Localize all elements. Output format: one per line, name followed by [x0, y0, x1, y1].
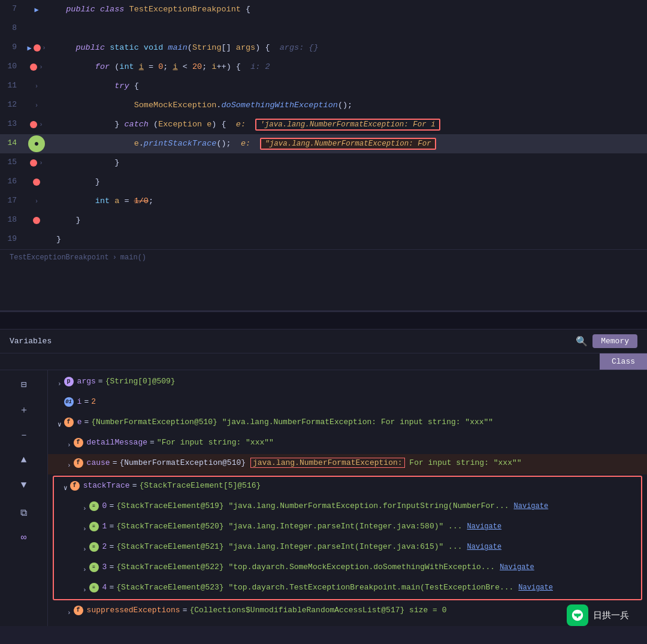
code-line-13: 13 › } catch (Exception e) { e: 'java.la…: [0, 115, 647, 134]
badge-args: p: [64, 377, 74, 386]
breakpoint-16[interactable]: [33, 179, 40, 186]
minus-icon[interactable]: －: [14, 425, 34, 445]
filter-icon[interactable]: ⊟: [14, 375, 34, 394]
run-arrow-icon: ▶: [34, 5, 38, 14]
copy-icon[interactable]: ⧉: [14, 503, 34, 522]
expand-arrow-st: ∨: [64, 482, 68, 495]
code-line-17: 17 › int a = 1/0;: [0, 192, 647, 211]
navigate-st2[interactable]: Navigate: [467, 540, 502, 554]
watermark: 日拱一兵: [567, 604, 629, 626]
breakpoint-13[interactable]: [30, 121, 37, 128]
expand-arrow-args: ›: [58, 377, 62, 391]
debug-content: ⊟ ＋ － ▲ ▼ ⧉ ∞ › p args={String[0]@509} ›…: [0, 370, 647, 626]
current-line-indicator: ●: [28, 135, 45, 152]
expand-arrow-detail: ›: [67, 439, 71, 452]
badge-st0: ≡: [89, 501, 99, 511]
expand-arrow-suppressed: ›: [67, 606, 71, 619]
badge-suppressed: f: [74, 606, 83, 615]
badge-st3: ≡: [89, 563, 99, 572]
search-icon[interactable]: 🔍: [576, 335, 588, 347]
code-line-14: 14 ● e.printStackTrace(); e: "java.lang.…: [0, 134, 647, 153]
debug-variables-main: › p args={String[0]@509} › 01 i=2 ∨ f e=…: [48, 370, 647, 626]
eye-icon[interactable]: ∞: [14, 528, 34, 548]
debug-header: Variables 🔍 Memory: [0, 329, 647, 353]
badge-st1: ≡: [89, 522, 99, 531]
var-st3[interactable]: › ≡ 3={StackTraceElement@522} "top.dayar…: [54, 558, 641, 579]
variables-list: › p args={String[0]@509} › 01 i=2 ∨ f e=…: [48, 370, 647, 626]
var-st0[interactable]: › ≡ 0={StackTraceElement@519} "java.lang…: [54, 497, 641, 518]
fold-10: ›: [39, 64, 43, 71]
tab-memory[interactable]: Memory: [592, 334, 637, 348]
panel-divider: [0, 312, 647, 329]
var-args[interactable]: › p args={String[0]@509}: [48, 373, 647, 393]
tab-variables[interactable]: Variables: [10, 334, 52, 348]
tab-class[interactable]: Class: [600, 353, 647, 370]
breakpoint-15[interactable]: [30, 159, 37, 167]
var-stackTrace[interactable]: ∨ f stackTrace={StackTraceElement[5]@516…: [54, 477, 641, 497]
wechat-icon: [567, 604, 588, 626]
expand-arrow-cause: ›: [67, 459, 71, 472]
expand-arrow-e: ∨: [58, 418, 62, 431]
add-icon[interactable]: ＋: [14, 400, 34, 419]
down-icon[interactable]: ▼: [14, 476, 34, 495]
navigate-st0[interactable]: Navigate: [514, 500, 549, 513]
expand-arrow-st1: ›: [83, 522, 87, 536]
var-cause[interactable]: › f cause={NumberFormatException@510} ja…: [48, 454, 647, 474]
var-suppressed[interactable]: › f suppressedExceptions={Collections$Un…: [48, 601, 647, 622]
watermark-text: 日拱一兵: [593, 610, 629, 621]
badge-cause: f: [74, 458, 83, 468]
code-editor: 7 ▶ public class TestExceptionBreakpoint…: [0, 0, 647, 312]
expand-arrow-st2: ›: [83, 543, 87, 556]
code-line-10: 10 › for (int i = 0; i < 20; i++) { i: 2: [0, 58, 647, 77]
var-st1[interactable]: › ≡ 1={StackTraceElement@520} "java.lang…: [54, 518, 641, 538]
badge-st2: ≡: [89, 542, 99, 552]
var-e[interactable]: ∨ f e={NumberFormatException@510} "java.…: [48, 413, 647, 434]
code-line-8: 8: [0, 19, 647, 38]
expand-arrow-st0: ›: [83, 502, 87, 515]
badge-st: f: [70, 481, 80, 491]
var-st2[interactable]: › ≡ 2={StackTraceElement@521} "java.lang…: [54, 538, 641, 558]
expand-arrow-st3: ›: [83, 563, 87, 576]
debug-subheader: Class: [0, 353, 647, 370]
badge-e: f: [64, 418, 74, 427]
var-st4[interactable]: › ≡ 4={StackTraceElement@523} "top.dayar…: [54, 579, 641, 599]
code-line-11: 11 › try {: [0, 77, 647, 96]
stack-trace-box: ∨ f stackTrace={StackTraceElement[5]@516…: [53, 476, 642, 600]
code-line-18: 18 }: [0, 211, 647, 230]
debug-panel: Variables 🔍 Memory Class ⊟ ＋ － ▲ ▼ ⧉ ∞ ›: [0, 329, 647, 626]
code-line-7: 7 ▶ public class TestExceptionBreakpoint…: [0, 0, 647, 19]
badge-i: 01: [64, 397, 74, 407]
code-line-16: 16 }: [0, 173, 647, 192]
breadcrumb-sep: ›: [113, 253, 117, 262]
breakpoint-10[interactable]: [30, 64, 37, 71]
run-arrow-9: ▶: [27, 44, 31, 53]
fold-9: ›: [43, 45, 46, 52]
var-i[interactable]: › 01 i=2: [48, 393, 647, 413]
badge-st4: ≡: [89, 583, 99, 592]
exception-hint-14: "java.lang.NumberFormatException: For: [260, 138, 436, 150]
breadcrumb: TestExceptionBreakpoint › main(): [0, 249, 647, 265]
debug-sidebar: ⊟ ＋ － ▲ ▼ ⧉ ∞: [0, 370, 48, 626]
var-detailMessage[interactable]: › f detailMessage="For input string: "xx…: [48, 434, 647, 454]
badge-detail: f: [74, 438, 83, 448]
breadcrumb-method: main(): [120, 253, 146, 262]
navigate-st3[interactable]: Navigate: [500, 561, 534, 574]
code-line-19: 19 }: [0, 230, 647, 249]
expand-arrow-st4: ›: [83, 583, 87, 597]
code-line-9: 9 ▶ › public static void main(String[] a…: [0, 38, 647, 58]
navigate-st4[interactable]: Navigate: [518, 581, 553, 594]
breakpoint-18[interactable]: [33, 217, 40, 224]
breakpoint-9[interactable]: [34, 44, 41, 52]
navigate-st1[interactable]: Navigate: [467, 520, 502, 533]
breadcrumb-file: TestExceptionBreakpoint: [10, 253, 109, 262]
up-icon[interactable]: ▲: [14, 451, 34, 470]
exception-hint-13: 'java.lang.NumberFormatException: For i: [255, 119, 440, 131]
code-line-12: 12 › SomeMockException.doSomethingWithEx…: [0, 96, 647, 115]
code-line-15: 15 › }: [0, 153, 647, 173]
